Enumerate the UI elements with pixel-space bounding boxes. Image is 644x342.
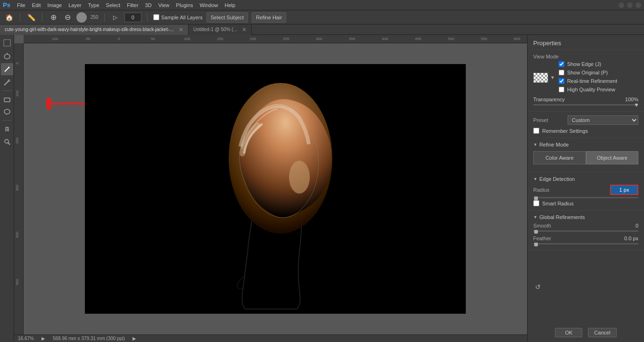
zoom-tool-icon[interactable] <box>1 136 13 148</box>
svg-rect-0 <box>4 40 10 46</box>
object-aware-button[interactable]: Object Aware <box>586 151 639 164</box>
tab-untitled[interactable]: Untitled-1 @ 50% (... ✕ <box>189 24 252 35</box>
tab-untitled-close[interactable]: ✕ <box>242 26 247 33</box>
select-subject-button[interactable]: Select Subject <box>206 12 248 23</box>
smooth-row: Smooth 0 <box>533 223 638 228</box>
dimensions-info: 568.96 mm x 379.31 mm (300 ppi) <box>53 336 125 341</box>
view-dropdown-arrow[interactable]: ▼ <box>550 75 555 80</box>
view-thumbnail[interactable] <box>533 73 548 83</box>
real-time-checkbox[interactable] <box>559 78 564 84</box>
radius-slider-container[interactable] <box>533 197 638 198</box>
app-icon: Ps <box>3 1 10 8</box>
main-content: 100 -50 0 50 100 150 200 250 300 350 400… <box>0 35 644 342</box>
remember-settings-checkbox[interactable] <box>533 128 539 134</box>
svg-line-11 <box>8 143 10 145</box>
menu-help[interactable]: Help <box>225 2 236 8</box>
smooth-slider-container[interactable] <box>533 230 638 232</box>
menu-window[interactable]: Window <box>199 2 218 8</box>
tab-main-file-close[interactable]: ✕ <box>179 26 183 33</box>
menu-type[interactable]: Type <box>88 2 99 8</box>
canvas-image[interactable] <box>85 64 466 314</box>
ok-button[interactable]: OK <box>555 328 582 337</box>
refine-mode-collapse-arrow[interactable]: ▼ <box>533 142 537 147</box>
show-original-row: Show Original (P) <box>559 70 617 75</box>
close-button[interactable] <box>636 2 641 8</box>
menu-view[interactable]: View <box>158 2 170 8</box>
menu-edit[interactable]: Edit <box>32 2 41 8</box>
preset-select[interactable]: Custom Hair & Fur Portrait <box>568 115 638 125</box>
menu-3d[interactable]: 3D <box>145 2 152 8</box>
speech-tool-icon[interactable] <box>1 106 13 118</box>
brush-tool-icon[interactable]: ✏️ <box>26 12 36 23</box>
hand-tool-icon[interactable] <box>1 122 13 135</box>
feather-label: Feather <box>533 236 551 241</box>
menu-select[interactable]: Select <box>106 2 121 8</box>
show-edge-checkbox[interactable] <box>559 61 564 67</box>
svg-point-10 <box>5 139 8 143</box>
window-controls <box>619 2 641 8</box>
smart-radius-label: Smart Radius <box>542 201 574 206</box>
menu-filter[interactable]: Filter <box>127 2 138 8</box>
tab-main-file[interactable]: cute-young-girl-with-dark-wavy-hairstyle… <box>0 24 189 35</box>
brush-size-icon[interactable] <box>76 12 87 23</box>
menu-file[interactable]: File <box>17 2 25 8</box>
subtract-icon[interactable]: ⊖ <box>62 12 73 23</box>
toolbar: 🏠 ✏️ ⊕ ⊖ 250 ▷ Sample All Layers Select … <box>0 10 644 24</box>
smart-radius-checkbox[interactable] <box>533 200 539 206</box>
real-time-row: Real-time Refinement <box>559 78 617 84</box>
canvas-area[interactable]: 100 -50 0 50 100 150 200 250 300 350 400… <box>14 35 527 342</box>
home-icon[interactable]: 🏠 <box>4 12 14 23</box>
angle-input[interactable] <box>124 13 141 22</box>
edge-detection-collapse-arrow[interactable]: ▼ <box>533 177 537 181</box>
minimize-button[interactable] <box>619 2 624 8</box>
preset-section: Preset Custom Hair & Fur Portrait Rememb… <box>528 112 644 138</box>
global-collapse-arrow[interactable]: ▼ <box>533 215 537 220</box>
svg-point-8 <box>4 109 10 114</box>
sample-all-layers-checkbox[interactable]: Sample All Layers <box>153 14 203 20</box>
menu-image[interactable]: Image <box>48 2 62 8</box>
tab-bar: cute-young-girl-with-dark-wavy-hairstyle… <box>0 24 644 35</box>
smooth-label: Smooth <box>533 223 551 228</box>
refine-hair-button[interactable]: Refine Hair <box>252 12 286 23</box>
brush-paint-tool-icon[interactable] <box>1 76 13 89</box>
view-dropdown[interactable]: ▼ <box>533 61 555 94</box>
svg-point-15 <box>289 161 310 194</box>
high-quality-checkbox[interactable] <box>559 87 564 92</box>
edge-detection-header: ▼ Edge Detection <box>533 176 638 182</box>
show-original-checkbox[interactable] <box>559 70 564 75</box>
svg-rect-7 <box>4 98 10 102</box>
refine-mode-header: ▼ Refine Mode <box>533 142 638 147</box>
reset-icon[interactable]: ↺ <box>533 282 543 292</box>
tool-separator-2 <box>2 120 12 121</box>
triangle-icon[interactable]: ▶ <box>41 336 45 341</box>
triangle-icon-2[interactable]: ▶ <box>132 336 136 341</box>
right-panel: Properties View Mode ▼ Show Edge (J) <box>527 35 644 342</box>
zoom-level: 16.67% <box>18 336 34 341</box>
angle-icon: ▷ <box>110 12 121 23</box>
magic-wand-tool-icon[interactable] <box>1 63 13 75</box>
transparency-row: Transparency 100% <box>533 97 638 102</box>
color-aware-button[interactable]: Color Aware <box>533 151 586 164</box>
maximize-button[interactable] <box>627 2 633 8</box>
toolbar-divider-2 <box>42 13 42 22</box>
feather-row: Feather 0.0 px <box>533 236 638 241</box>
cancel-button[interactable]: Cancel <box>588 328 616 337</box>
add-icon[interactable]: ⊕ <box>48 12 58 23</box>
toolbar-divider-1 <box>20 13 20 22</box>
view-mode-section: View Mode ▼ Show Edge (J) Show Original … <box>528 50 644 112</box>
feather-slider-container[interactable] <box>533 243 638 244</box>
preset-label: Preset <box>533 117 548 123</box>
menu-layer[interactable]: Layer <box>68 2 82 8</box>
refine-mode-label: Refine Mode <box>539 142 569 147</box>
panel-header: Properties <box>528 35 644 50</box>
real-time-label: Real-time Refinement <box>567 78 617 84</box>
lasso-tool-icon[interactable] <box>1 50 13 62</box>
radius-input[interactable] <box>610 185 638 195</box>
transparency-slider-container[interactable]: ▼ <box>533 104 638 106</box>
left-tools <box>0 35 14 342</box>
menu-plugins[interactable]: Plugins <box>176 2 193 8</box>
selection-tool-icon[interactable] <box>1 37 13 49</box>
eraser-tool-icon[interactable] <box>1 93 13 105</box>
feather-value: 0.0 px <box>624 236 638 241</box>
show-edge-row: Show Edge (J) <box>559 61 617 67</box>
